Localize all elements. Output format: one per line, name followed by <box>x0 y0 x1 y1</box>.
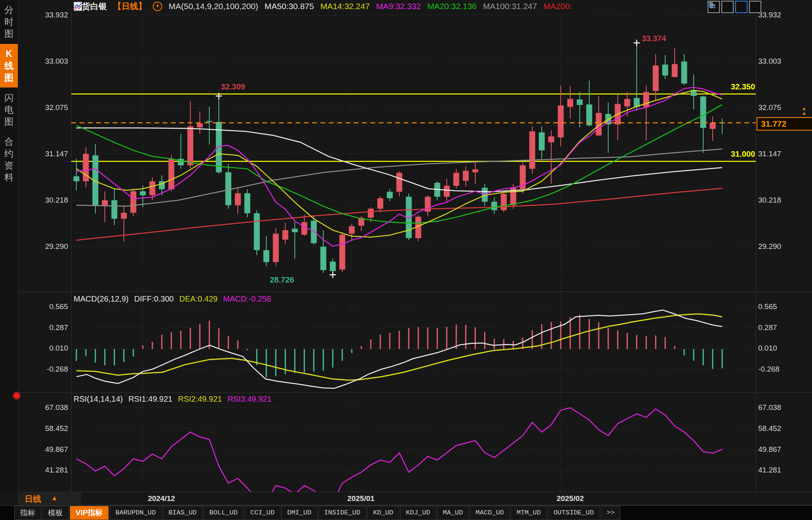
rsi-axis-tick-label: 58.452 <box>758 424 810 433</box>
price-axis-tick-label: 33.932 <box>758 11 810 19</box>
tab->>[interactable]: >> <box>601 506 620 520</box>
rsi1-value: RSI1:49.921 <box>129 395 173 404</box>
alert-icon[interactable]: ✺ <box>12 389 21 402</box>
sidebar-item-合约资料[interactable]: 合约资料 <box>0 132 18 188</box>
ma200-value: MA200: <box>543 2 572 11</box>
ma20-value: MA20:32.136 <box>427 2 477 11</box>
macd-axis-tick-label: 0.287 <box>16 323 68 332</box>
last-price-box: 31.772 <box>757 117 812 131</box>
price-axis-tick-label: 29.290 <box>758 242 810 251</box>
tab-KD_UD[interactable]: KD_UD <box>367 506 399 520</box>
axis-shift-button[interactable] <box>749 1 761 13</box>
price-axis-tick-label: 33.003 <box>16 57 68 66</box>
chart-toolbar: H <box>708 1 761 13</box>
candlestick-chart-icon[interactable] <box>74 1 82 11</box>
upper-level-label: 32.350 <box>669 82 755 91</box>
circle-plus-icon[interactable]: + <box>153 2 162 11</box>
ma50-value: MA50:30.875 <box>265 2 314 11</box>
tab-BIAS_UD[interactable]: BIAS_UD <box>163 506 203 520</box>
tab-VIP指标[interactable]: VIP指标 <box>70 506 109 520</box>
rsi-header: RSI(14,14,14) RSI1:49.921 RSI2:49.921 RS… <box>74 395 271 404</box>
macd-header: MACD(26,12,9) DIFF:0.300 DEA:0.429 MACD:… <box>74 294 271 304</box>
axis-shift-button-icon <box>708 1 716 9</box>
sidebar-item-分时图[interactable]: 分时图 <box>0 0 18 44</box>
swing-low-annotation: 28.726 <box>270 275 294 285</box>
macd-axis-tick-label: 0.287 <box>758 323 810 332</box>
sidebar-item-闪电图[interactable]: 闪电图 <box>0 88 18 132</box>
rsi-axis-tick-label: 67.038 <box>16 403 68 412</box>
price-axis-tick-label: 29.290 <box>16 242 68 251</box>
macd-axis-tick-label: 0.010 <box>758 344 810 353</box>
rsi-axis-tick-label: 49.867 <box>758 445 810 454</box>
period-up-arrow-icon[interactable]: ▲ <box>51 494 58 502</box>
price-up-arrows-icon: ▲▲ <box>802 106 806 116</box>
macd-title: MACD(26,12,9) <box>74 294 129 304</box>
axis-scale-button[interactable]: H <box>721 1 734 13</box>
ma-settings-label: MA(50,14,9,20,100,200) <box>169 2 258 11</box>
price-axis-tick-label: 31.147 <box>758 150 810 158</box>
trading-terminal: 分时图K线图闪电图合约资料 现货白银 【日线】 + MA(50,14,9,20,… <box>0 0 812 520</box>
macd-axis-tick-label: 0.565 <box>16 302 68 311</box>
tab-MACD_UD[interactable]: MACD_UD <box>470 506 510 520</box>
tab-INSIDE_UD[interactable]: INSIDE_UD <box>318 506 366 520</box>
price-axis-tick-label: 33.003 <box>758 57 810 66</box>
sidebar-item-K线图[interactable]: K线图 <box>0 44 18 88</box>
chart-header: 现货白银 【日线】 + MA(50,14,9,20,100,200) MA50:… <box>74 1 572 11</box>
rsi-title: RSI(14,14,14) <box>74 395 123 404</box>
chart-canvas[interactable] <box>0 0 812 520</box>
ma100-value: MA100:31.247 <box>483 2 537 11</box>
tab-指标[interactable]: 指标 <box>14 506 41 520</box>
period-selector[interactable]: 日线 <box>25 493 41 505</box>
period-tag[interactable]: 【日线】 <box>113 1 146 12</box>
period-panel: 日线 ▲ <box>18 492 81 505</box>
tab-OUTSIDE_UD[interactable]: OUTSIDE_UD <box>548 506 600 520</box>
price-axis-tick-label: 32.075 <box>16 103 68 112</box>
price-axis-tick-label: 31.147 <box>16 150 68 158</box>
rsi-axis-tick-label: 67.038 <box>758 403 810 412</box>
date-axis-label: 2025/01 <box>347 494 375 503</box>
chart-type-sidebar: 分时图K线图闪电图合约资料 <box>0 0 18 492</box>
macd-axis-tick-label: 0.565 <box>758 302 810 311</box>
price-axis-tick-label: 30.218 <box>758 196 810 205</box>
price-axis-tick-label: 33.932 <box>16 11 68 19</box>
macd-axis-tick-label: -0.268 <box>16 365 68 374</box>
macd-dea-value: DEA:0.429 <box>179 294 218 304</box>
tab-MA_UD[interactable]: MA_UD <box>437 506 469 520</box>
swing-high-annotation: 33.374 <box>642 34 666 43</box>
rsi-axis-tick-label: 58.452 <box>16 424 68 433</box>
tab-模板[interactable]: 模板 <box>42 506 69 520</box>
rsi-axis-tick-label: 41.281 <box>758 466 810 474</box>
ma14-value: MA14:32.247 <box>320 2 370 11</box>
tab-DMI_UD[interactable]: DMI_UD <box>281 506 317 520</box>
macd-diff-value: DIFF:0.300 <box>134 294 174 304</box>
tab-CCI_UD[interactable]: CCI_UD <box>245 506 281 520</box>
tab-MTM_UD[interactable]: MTM_UD <box>510 506 546 520</box>
price-axis-tick-label: 30.218 <box>16 196 68 205</box>
date-axis-label: 2024/12 <box>148 494 175 503</box>
swing-high-annotation: 32.309 <box>221 82 245 91</box>
ma9-value: MA9:32.332 <box>376 2 421 11</box>
rsi2-value: RSI2:49.921 <box>178 395 222 404</box>
indicator-tabbar: 指标模板VIP指标BARUPDN_UDBIAS_UDBOLL_UDCCI_UDD… <box>0 505 812 520</box>
date-axis-label: 2025/02 <box>557 494 584 503</box>
tab-BARUPDN_UD[interactable]: BARUPDN_UD <box>110 506 162 520</box>
rsi-axis-tick-label: 49.867 <box>16 445 68 454</box>
macd-axis-tick-label: 0.010 <box>16 344 68 353</box>
tab-BOLL_UD[interactable]: BOLL_UD <box>203 506 243 520</box>
macd-axis-tick-label: -0.268 <box>758 365 810 374</box>
lower-level-label: 31.000 <box>669 150 755 159</box>
rsi3-value: RSI3:49.921 <box>228 395 271 404</box>
axis-play-button[interactable] <box>735 1 747 13</box>
tab-KDJ_UD[interactable]: KDJ_UD <box>400 506 436 520</box>
macd-value: MACD:-0.258 <box>223 294 271 304</box>
rsi-axis-tick-label: 41.281 <box>16 466 68 474</box>
